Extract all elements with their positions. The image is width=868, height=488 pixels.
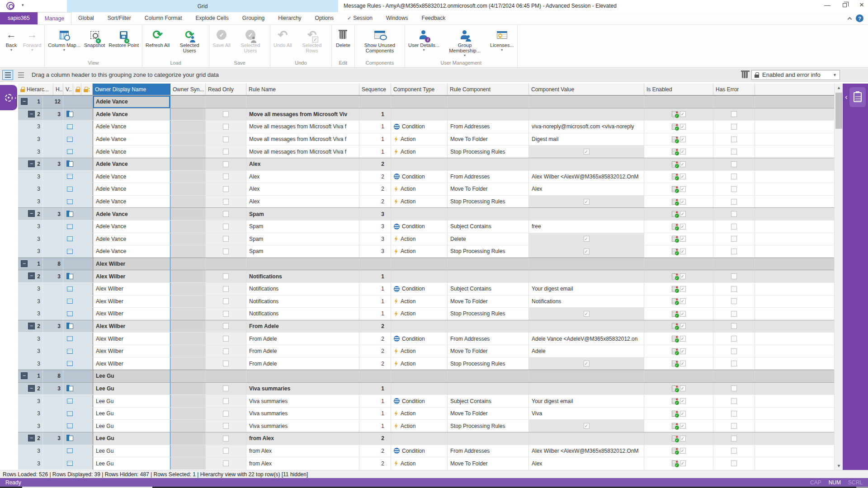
- read-only-cell[interactable]: [206, 308, 246, 320]
- owner-sync-cell[interactable]: [170, 196, 206, 208]
- read-only-cell[interactable]: [206, 383, 246, 395]
- component-value-cell[interactable]: [529, 432, 644, 445]
- licenses-button[interactable]: Licenses...▾: [488, 26, 516, 52]
- read-only-cell[interactable]: [206, 158, 246, 170]
- grid-row[interactable]: 3Alex WilberNotifications1ConditionSubje…: [18, 282, 834, 295]
- is-enabled-cell[interactable]: ✓: [644, 283, 713, 295]
- sequence-cell[interactable]: 3: [359, 233, 391, 245]
- grid-row[interactable]: −18Alex Wilber: [18, 258, 834, 270]
- owner-sync-cell[interactable]: [170, 258, 206, 270]
- read-only-cell[interactable]: [206, 258, 246, 270]
- read-only-cell[interactable]: [206, 121, 246, 133]
- tab-grouping[interactable]: Grouping: [236, 12, 271, 24]
- owner-cell[interactable]: Lee Gu: [93, 383, 170, 395]
- owner-cell[interactable]: Lee Gu: [93, 370, 170, 382]
- component-type-cell[interactable]: [391, 108, 448, 121]
- owner-sync-cell[interactable]: [170, 296, 206, 308]
- owner-cell[interactable]: Lee Gu: [93, 457, 170, 469]
- hierarchy-cell[interactable]: −18: [18, 370, 93, 382]
- sequence-cell[interactable]: 3: [359, 221, 391, 233]
- read-only-cell[interactable]: [206, 196, 246, 208]
- has-error-cell[interactable]: [713, 270, 755, 282]
- hierarchy-cell[interactable]: 3: [18, 233, 93, 245]
- scroll-up-icon[interactable]: ▲: [835, 84, 843, 92]
- grid-row[interactable]: −23Lee GuViva summaries1✓: [18, 382, 834, 395]
- owner-sync-cell[interactable]: [170, 408, 206, 420]
- component-value-cell[interactable]: ✓: [529, 233, 644, 245]
- forward-button[interactable]: → Forward▾: [21, 26, 43, 52]
- component-value-cell[interactable]: ✓: [529, 420, 644, 432]
- owner-sync-cell[interactable]: [170, 183, 206, 195]
- hierarchy-cell[interactable]: 3: [18, 420, 93, 432]
- component-type-cell[interactable]: Action: [391, 457, 448, 469]
- hierarchy-cell[interactable]: 3: [18, 308, 93, 320]
- rule-name-cell[interactable]: Spam: [246, 233, 359, 245]
- rule-name-cell[interactable]: Spam: [246, 221, 359, 233]
- rule-name-cell[interactable]: from Alex: [246, 432, 359, 445]
- sequence-cell[interactable]: 2: [359, 171, 391, 183]
- grid-row[interactable]: 3Lee GuViva summaries1ActionStop Process…: [18, 419, 834, 432]
- column-header-hierarchy[interactable]: Hierarc...: [18, 84, 53, 95]
- grid-row[interactable]: −18Lee Gu: [18, 370, 834, 382]
- has-error-cell[interactable]: [713, 183, 755, 195]
- is-enabled-cell[interactable]: ✓: [644, 395, 713, 407]
- rule-component-cell[interactable]: [448, 208, 529, 220]
- rule-name-cell[interactable]: Viva summaries: [246, 420, 359, 432]
- read-only-cell[interactable]: [206, 370, 246, 382]
- owner-cell[interactable]: Adele Vance: [93, 121, 170, 133]
- snapshot-button[interactable]: + Snapshot: [82, 26, 107, 48]
- tab-sapio365[interactable]: sapio365: [0, 12, 38, 24]
- read-only-cell[interactable]: [206, 208, 246, 220]
- owner-sync-cell[interactable]: [170, 308, 206, 320]
- grid-row[interactable]: 3Lee Gufrom Alex2ActionMove To FolderAle…: [18, 457, 834, 469]
- owner-cell[interactable]: Adele Vance: [93, 133, 170, 145]
- has-error-cell[interactable]: [713, 420, 755, 432]
- read-only-cell[interactable]: [206, 145, 246, 158]
- rule-component-cell[interactable]: [448, 432, 529, 445]
- is-enabled-cell[interactable]: ✓: [644, 133, 713, 145]
- component-type-cell[interactable]: [391, 208, 448, 220]
- tab-column-format[interactable]: Column Format: [138, 12, 189, 24]
- owner-cell[interactable]: Alex Wilber: [93, 308, 170, 320]
- owner-cell[interactable]: Adele Vance: [93, 196, 170, 208]
- owner-sync-cell[interactable]: [170, 245, 206, 258]
- grid-row[interactable]: 3Adele VanceAlex2ConditionFrom Addresses…: [18, 170, 834, 183]
- sequence-cell[interactable]: 3: [359, 208, 391, 220]
- rule-name-cell[interactable]: from Alex: [246, 445, 359, 457]
- rule-component-cell[interactable]: Subject Contains: [448, 283, 529, 295]
- component-value-cell[interactable]: Adele: [529, 345, 644, 357]
- rule-component-cell[interactable]: [448, 383, 529, 395]
- hierarchy-cell[interactable]: −112: [18, 96, 93, 108]
- owner-cell[interactable]: Alex Wilber: [93, 345, 170, 357]
- rule-component-cell[interactable]: Stop Processing Rules: [448, 196, 529, 208]
- is-enabled-cell[interactable]: ✓: [644, 333, 713, 345]
- close-button[interactable]: ×: [858, 1, 865, 9]
- is-enabled-cell[interactable]: ✓: [644, 457, 713, 469]
- clear-view-icon[interactable]: [742, 72, 748, 78]
- owner-cell[interactable]: Adele Vance: [93, 171, 170, 183]
- grid-row[interactable]: 3Adele VanceSpam3ActionStop Processing R…: [18, 245, 834, 258]
- hierarchy-cell[interactable]: −18: [18, 258, 93, 270]
- component-value-cell[interactable]: Alex Wilber <AlexW@M365x85832012.OnM: [529, 445, 644, 457]
- is-enabled-cell[interactable]: ✓: [644, 108, 713, 121]
- grid-row[interactable]: 3Alex WilberNotifications1ActionMove To …: [18, 295, 834, 308]
- is-enabled-cell[interactable]: ✓: [644, 420, 713, 432]
- grid-row[interactable]: 3Adele VanceSpam3ConditionSubject Contai…: [18, 220, 834, 233]
- is-enabled-cell[interactable]: ✓: [644, 221, 713, 233]
- save-all-button[interactable]: ✓ Save All: [211, 26, 232, 48]
- hierarchy-cell[interactable]: −23: [18, 208, 93, 220]
- grid-row[interactable]: 3Alex WilberFrom Adele2ConditionFrom Add…: [18, 332, 834, 345]
- tab-windows[interactable]: Windows: [379, 12, 415, 24]
- component-type-cell[interactable]: Action: [391, 233, 448, 245]
- component-type-cell[interactable]: Action: [391, 408, 448, 420]
- component-value-cell[interactable]: [529, 270, 644, 282]
- owner-sync-cell[interactable]: [170, 445, 206, 457]
- has-error-cell[interactable]: [713, 408, 755, 420]
- owner-sync-cell[interactable]: [170, 158, 206, 170]
- is-enabled-cell[interactable]: ✓: [644, 357, 713, 370]
- hierarchy-cell[interactable]: −23: [18, 432, 93, 445]
- component-type-cell[interactable]: Condition: [391, 171, 448, 183]
- component-type-cell[interactable]: Condition: [391, 395, 448, 407]
- hierarchy-cell[interactable]: 3: [18, 133, 93, 145]
- has-error-cell[interactable]: [713, 245, 755, 258]
